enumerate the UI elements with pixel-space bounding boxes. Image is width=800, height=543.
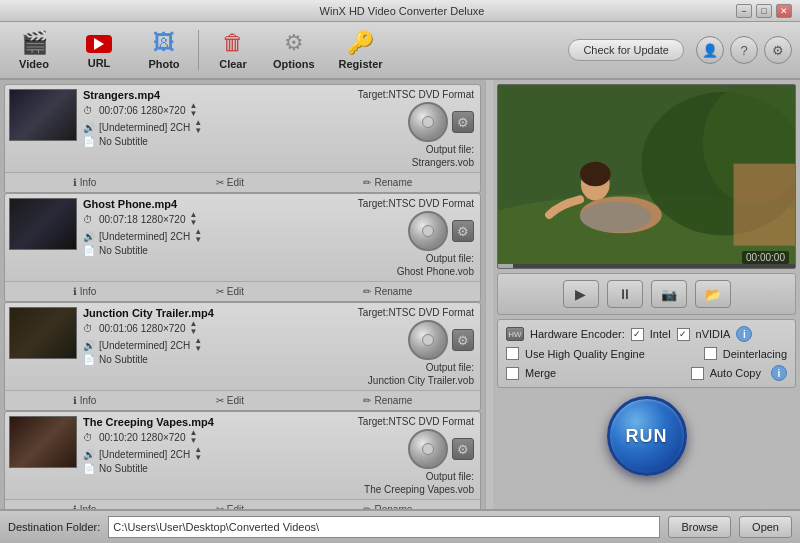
browse-button[interactable]: Browse: [668, 516, 731, 538]
clear-label: Clear: [219, 58, 247, 70]
video-button[interactable]: 🎬 Video: [8, 26, 60, 74]
bottom-bar: Destination Folder: Browse Open: [0, 509, 800, 543]
quality-checkbox[interactable]: [506, 347, 519, 360]
subtitle: No Subtitle: [99, 245, 148, 256]
scrollbar[interactable]: [485, 80, 493, 509]
open-button[interactable]: Open: [739, 516, 792, 538]
subtitle-row: 📄 No Subtitle: [83, 245, 328, 256]
destination-input[interactable]: [108, 516, 660, 538]
key-icon: 🔑: [347, 30, 374, 56]
file-name-2: Junction City Trailer.mp4: [83, 307, 328, 319]
nvidia-label: nVIDIA: [696, 328, 731, 340]
video-progress-bar[interactable]: [498, 264, 795, 268]
check-update-button[interactable]: Check for Update: [568, 39, 684, 61]
trash-icon: 🗑: [222, 30, 244, 56]
audio-arrows[interactable]: ▲▼: [194, 119, 202, 135]
autocopy-info-icon[interactable]: i: [771, 365, 787, 381]
gear-button-3[interactable]: ⚙: [452, 438, 474, 460]
minimize-button[interactable]: −: [736, 4, 752, 18]
settings-icon-button[interactable]: ⚙: [764, 36, 792, 64]
merge-label: Merge: [525, 367, 556, 379]
options-label: Options: [273, 58, 315, 70]
resolution-arrows[interactable]: ▲▼: [189, 320, 197, 336]
file-item-bottom-3: ℹ Info ✂ Edit ✏ Rename: [5, 499, 480, 509]
rename-button-1[interactable]: ✏ Rename: [357, 285, 418, 298]
audio-arrows[interactable]: ▲▼: [194, 228, 202, 244]
resolution-arrows[interactable]: ▲▼: [189, 211, 197, 227]
intel-label: Intel: [650, 328, 671, 340]
resolution-arrows[interactable]: ▲▼: [189, 429, 197, 445]
audio-arrows[interactable]: ▲▼: [194, 337, 202, 353]
rename-button-0[interactable]: ✏ Rename: [357, 176, 418, 189]
player-controls: ▶ ⏸ 📷 📂: [497, 273, 796, 315]
file-meta-1: ⏱ 00:07:18 1280×720 ▲▼ 🔊 [Undetermined] …: [83, 211, 328, 256]
info-button-1[interactable]: ℹ Info: [67, 285, 103, 298]
window-controls[interactable]: − □ ✕: [736, 4, 792, 18]
register-button[interactable]: 🔑 Register: [329, 26, 393, 74]
edit-button-3[interactable]: ✂ Edit: [210, 503, 250, 509]
pause-button[interactable]: ⏸: [607, 280, 643, 308]
file-target-3: Target:NTSC DVD Format ⚙ Output file: Th…: [334, 416, 474, 495]
scissors-icon: ✂: [216, 395, 224, 406]
resolution-arrows[interactable]: ▲▼: [189, 102, 197, 118]
edit-button-1[interactable]: ✂ Edit: [210, 285, 250, 298]
rename-label: Rename: [374, 177, 412, 188]
info-button-0[interactable]: ℹ Info: [67, 176, 103, 189]
maximize-button[interactable]: □: [756, 4, 772, 18]
audio-arrows[interactable]: ▲▼: [194, 446, 202, 462]
svg-rect-4: [734, 164, 795, 246]
rename-button-3[interactable]: ✏ Rename: [357, 503, 418, 509]
info-button-2[interactable]: ℹ Info: [67, 394, 103, 407]
edit-button-2[interactable]: ✂ Edit: [210, 394, 250, 407]
subtitle: No Subtitle: [99, 136, 148, 147]
options-button[interactable]: ⚙ Options: [263, 26, 325, 74]
file-info-0: Strangers.mp4 ⏱ 00:07:06 1280×720 ▲▼ 🔊 […: [83, 89, 328, 168]
autocopy-checkbox[interactable]: [691, 367, 704, 380]
nvidia-checkbox[interactable]: [677, 328, 690, 341]
file-thumbnail-3: [9, 416, 77, 468]
scissors-icon: ✂: [216, 504, 224, 509]
gear-button-2[interactable]: ⚙: [452, 329, 474, 351]
rename-icon: ✏: [363, 504, 371, 509]
duration-row: ⏱ 00:01:06 1280×720 ▲▼: [83, 320, 328, 336]
subtitle: No Subtitle: [99, 354, 148, 365]
info-button-3[interactable]: ℹ Info: [67, 503, 103, 509]
account-icon-button[interactable]: 👤: [696, 36, 724, 64]
help-icon-button[interactable]: ?: [730, 36, 758, 64]
merge-checkbox[interactable]: [506, 367, 519, 380]
intel-checkbox[interactable]: [631, 328, 644, 341]
hw-info-icon[interactable]: i: [736, 326, 752, 342]
photo-icon: 🖼: [153, 30, 175, 56]
open-folder-button[interactable]: 📂: [695, 280, 731, 308]
info-icon: ℹ: [73, 286, 77, 297]
rename-button-2[interactable]: ✏ Rename: [357, 394, 418, 407]
deinterlace-checkbox[interactable]: [704, 347, 717, 360]
audio-icon: 🔊: [83, 231, 95, 242]
play-button[interactable]: ▶: [563, 280, 599, 308]
gear-button-1[interactable]: ⚙: [452, 220, 474, 242]
scissors-icon: ✂: [216, 177, 224, 188]
file-target-0: Target:NTSC DVD Format ⚙ Output file: St…: [334, 89, 474, 168]
options-icon: ⚙: [284, 30, 304, 56]
photo-button[interactable]: 🖼 Photo: [138, 26, 190, 74]
subtitle-row: 📄 No Subtitle: [83, 136, 328, 147]
camera-icon: 📷: [661, 287, 677, 302]
video-icon: 🎬: [21, 30, 48, 56]
run-button[interactable]: RUN: [607, 396, 687, 476]
close-button[interactable]: ✕: [776, 4, 792, 18]
play-icon: ▶: [575, 286, 586, 302]
clear-button[interactable]: 🗑 Clear: [207, 26, 259, 74]
info-label: Info: [80, 177, 97, 188]
output-file: Strangers.vob: [412, 157, 474, 168]
edit-button-0[interactable]: ✂ Edit: [210, 176, 250, 189]
dvd-icon-area: ⚙: [408, 211, 474, 251]
youtube-icon: [86, 32, 112, 55]
file-meta-2: ⏱ 00:01:06 1280×720 ▲▼ 🔊 [Undetermined] …: [83, 320, 328, 365]
file-name-1: Ghost Phone.mp4: [83, 198, 328, 210]
url-button[interactable]: URL: [64, 26, 134, 74]
gear-button-0[interactable]: ⚙: [452, 111, 474, 133]
right-panel: 00:00:00 ▶ ⏸ 📷 📂 HW Hardw: [493, 80, 800, 509]
info-icon: ℹ: [73, 395, 77, 406]
dvd-disc-icon: [408, 429, 448, 469]
snapshot-button[interactable]: 📷: [651, 280, 687, 308]
